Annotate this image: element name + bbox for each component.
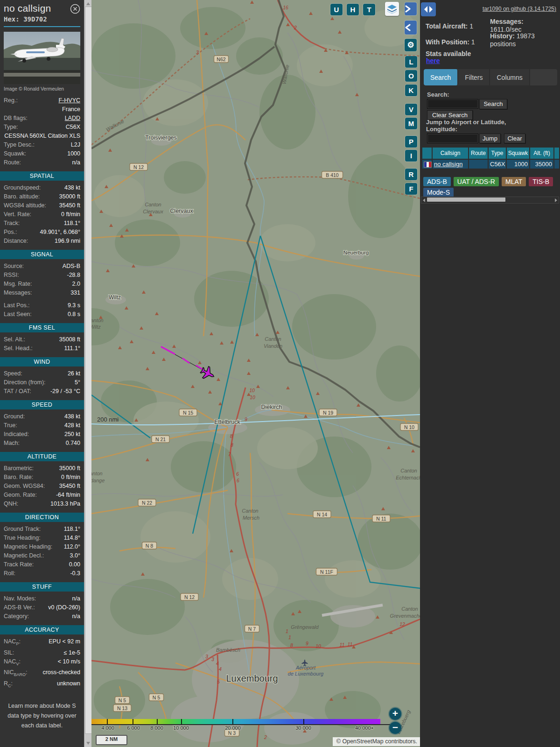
data-value: 0 ft/min	[33, 473, 80, 482]
data-label: Pos.:	[4, 228, 17, 237]
map-button-o[interactable]: O	[405, 70, 417, 82]
data-row: Mach:0.740	[4, 439, 80, 448]
callsign-link[interactable]: no callsign	[434, 161, 462, 168]
map-button-u[interactable]: U	[330, 4, 343, 15]
left-panel-scrollbar[interactable]	[84, 0, 92, 747]
area-label: Canton	[400, 468, 417, 473]
airport-label: de Luxembourg	[288, 671, 324, 677]
cell-callsign[interactable]: no callsign	[433, 160, 468, 169]
scroll-right-icon[interactable]	[555, 198, 557, 202]
map-button-m[interactable]: M	[405, 118, 417, 129]
col-header-Type[interactable]: Type	[489, 148, 506, 159]
data-value: ADS-B	[24, 262, 80, 271]
zoom-in-button[interactable]: +	[389, 708, 401, 720]
data-row: RSSI:-28.8	[4, 271, 80, 280]
sidebar-expand-icon[interactable]	[405, 2, 417, 15]
cell-route	[469, 160, 488, 169]
jump-input[interactable]	[427, 134, 478, 143]
mode-s-hint: Learn more about Mode S data type by hov…	[0, 701, 84, 731]
exit-number: 10	[249, 388, 255, 393]
panel-collapse-icon[interactable]	[405, 21, 417, 35]
flag-icon-france	[424, 162, 432, 168]
cell-flag	[422, 160, 432, 169]
data-label: Groundspeed:	[4, 183, 41, 192]
data-row: NICBARO:cross-checked	[4, 668, 80, 679]
search-label: Search:	[427, 91, 449, 98]
search-input[interactable]	[427, 99, 478, 109]
scrollbar-thumb[interactable]	[85, 7, 92, 734]
map-button-p[interactable]: P	[405, 136, 417, 148]
table-horizontal-scrollbar[interactable]	[421, 197, 559, 204]
scroll-down-icon[interactable]	[86, 742, 90, 745]
zoom-out-button[interactable]: −	[389, 722, 401, 734]
map-button-t[interactable]: T	[363, 4, 375, 15]
map-button-l[interactable]: L	[405, 56, 417, 68]
data-row: Ground Track:118.1°	[4, 525, 80, 534]
jump-label-1: Jump to Airport or Latitude,	[426, 119, 506, 126]
data-row: True Heading:114.8°	[4, 534, 80, 543]
col-header-S[interactable]: S	[554, 148, 559, 159]
exit-number: 11	[340, 642, 345, 648]
data-row: Track:118.1°	[4, 219, 80, 228]
data-row: QNH:1013.3 hPa	[4, 500, 80, 508]
tab-columns[interactable]: Columns	[490, 69, 530, 85]
source-filter-mlat[interactable]: MLAT	[502, 177, 526, 186]
source-filter-tis-b[interactable]: TIS-B	[529, 177, 553, 186]
exit-number: 8	[290, 642, 293, 648]
source-filter-ads-b[interactable]: ADS-B	[423, 177, 451, 186]
github-link[interactable]: tar1090 on github (3.14.1725)	[483, 6, 556, 12]
map-button-k[interactable]: K	[405, 85, 417, 96]
place-label: Neuerburg	[343, 250, 369, 255]
data-label: True:	[4, 421, 17, 430]
map-button-h[interactable]: H	[347, 4, 359, 15]
section-header-stuff: STUFF	[0, 582, 84, 592]
hscroll-thumb[interactable]	[427, 197, 505, 202]
col-header-Alt. (ft)[interactable]: Alt. (ft)	[530, 148, 553, 159]
exit-number: 6	[237, 478, 239, 483]
stats-here: here	[426, 57, 440, 64]
sidebar-toggle-icon[interactable]	[421, 2, 436, 16]
info-label: Squawk:	[4, 149, 26, 158]
osm-attribution[interactable]: © OpenStreetMap contributors.	[333, 737, 420, 746]
data-row: Sel. Alt.:35008 ft	[4, 335, 80, 344]
clear-button[interactable]: Clear	[504, 134, 525, 143]
col-header-Squawk[interactable]: Squawk	[507, 148, 529, 159]
col-header-Callsign[interactable]: Callsign	[433, 148, 468, 159]
map[interactable]: WallonieWallonieCantonClervauxCantonWilt…	[91, 0, 420, 747]
map-button-f[interactable]: F	[405, 183, 417, 195]
scroll-up-icon[interactable]	[86, 2, 90, 5]
map-button-v[interactable]: V	[405, 104, 417, 115]
layers-icon[interactable]	[385, 2, 399, 16]
data-value: 5°	[46, 378, 80, 387]
source-filter-uat-ads-r[interactable]: UAT / ADS-R	[454, 177, 499, 186]
info-label: Type Desc.:	[4, 141, 35, 149]
legend-tick-label: 30 000	[295, 725, 311, 731]
col-header-flag[interactable]	[422, 148, 432, 159]
data-label: Distance:	[4, 237, 28, 246]
here-link[interactable]: here	[426, 57, 440, 64]
aircraft-photo[interactable]	[4, 32, 80, 84]
area-label: Canton	[91, 471, 103, 476]
info-value-link[interactable]: F-HVYC	[18, 96, 80, 105]
data-value: cross-checked	[28, 668, 80, 679]
search-button[interactable]: Search	[479, 99, 507, 109]
road-shield: N62	[217, 56, 225, 62]
scroll-left-icon[interactable]	[423, 198, 425, 202]
info-value-link[interactable]: LADD	[28, 114, 80, 123]
jump-button[interactable]: Jump	[479, 134, 501, 143]
settings-gear-icon[interactable]: ⚙	[405, 39, 417, 51]
col-header-Route[interactable]: Route	[469, 148, 488, 159]
place-label: Clervaux	[170, 208, 193, 214]
tab-search[interactable]: Search	[424, 69, 458, 85]
data-value: ≤ 1e-5	[14, 648, 80, 657]
close-icon[interactable]	[70, 4, 80, 14]
map-button-i[interactable]: I	[405, 150, 417, 162]
data-value: 331	[32, 289, 80, 297]
road-shield: N 12	[133, 164, 144, 170]
table-row[interactable]: no callsignC56X100035000	[422, 160, 559, 169]
source-filter-mode-s[interactable]: Mode-S	[423, 188, 454, 197]
tab-filters[interactable]: Filters	[458, 69, 490, 85]
data-row: Baro. altitude:35000 ft	[4, 192, 80, 201]
map-button-r[interactable]: R	[405, 169, 417, 180]
exit-number: 1	[288, 634, 291, 640]
